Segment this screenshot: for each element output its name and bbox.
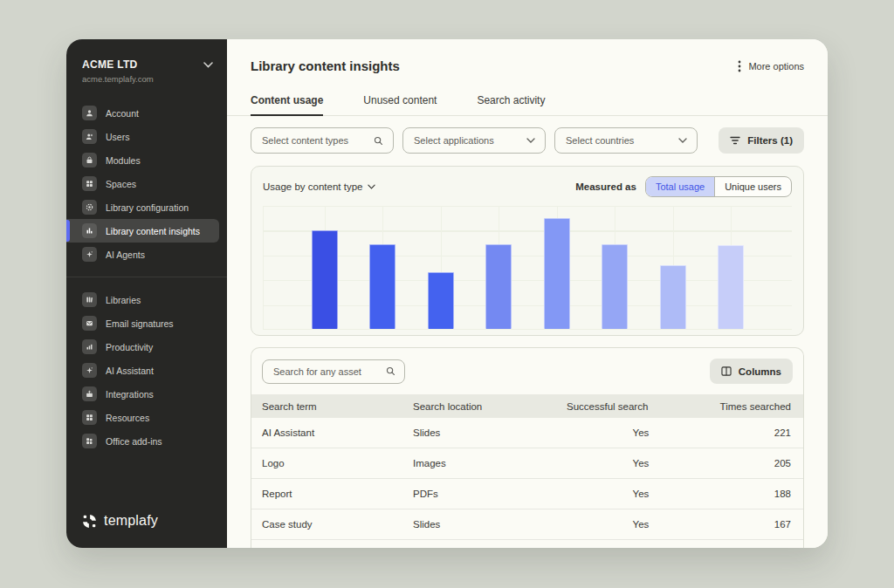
cell-successful-search: Yes <box>567 519 715 530</box>
column-header-times-searched[interactable]: Times searched <box>715 401 791 412</box>
sidebar-item-library-content-insights[interactable]: Library content insights <box>66 219 219 243</box>
countries-placeholder: Select countries <box>566 135 634 146</box>
filters-button[interactable]: Filters (1) <box>719 127 804 154</box>
office-add-ins-icon <box>82 434 97 448</box>
asset-search-field[interactable] <box>262 359 405 384</box>
applications-select[interactable]: Select applications <box>402 127 546 154</box>
bar-content-type-5[interactable] <box>544 218 570 329</box>
toggle-unique-users[interactable]: Unique users <box>714 177 791 196</box>
sidebar-item-email-signatures[interactable]: Email signatures <box>66 311 227 335</box>
tab-bar: Content usage Unused content Search acti… <box>227 94 828 116</box>
sidebar: ACME LTD acme.templafy.com Account Users… <box>66 39 227 548</box>
cell-times-searched: 188 <box>715 489 791 499</box>
toggle-total-usage[interactable]: Total usage <box>646 177 714 196</box>
filter-row: Select content types Select applications… <box>251 127 804 154</box>
bar-content-type-8[interactable] <box>718 245 744 329</box>
chart-plot <box>264 206 792 329</box>
ai-agents-icon <box>82 247 97 262</box>
users-icon <box>82 129 97 144</box>
cell-times-searched: 167 <box>715 519 791 530</box>
sidebar-item-productivity[interactable]: Productivity <box>66 335 227 359</box>
sidebar-nav: Account Users Modules Spaces Library con… <box>66 101 227 453</box>
table-row[interactable]: Logo Images Yes 205 <box>251 448 803 479</box>
workspace-switcher[interactable]: ACME LTD acme.templafy.com <box>66 39 227 84</box>
bar-content-type-1[interactable] <box>312 230 338 329</box>
table-row[interactable]: AI Assistant Slides Yes 221 <box>251 418 803 448</box>
column-header-search-term[interactable]: Search term <box>262 401 413 412</box>
bar-slot <box>660 206 686 329</box>
chevron-down-icon <box>203 62 213 68</box>
workspace-domain: acme.templafy.com <box>82 74 213 84</box>
cell-times-searched: 205 <box>715 458 791 468</box>
library-content-insights-icon <box>82 223 97 238</box>
sidebar-item-label: Libraries <box>106 295 141 305</box>
sidebar-item-label: Email signatures <box>106 318 174 329</box>
column-header-search-location[interactable]: Search location <box>413 401 567 412</box>
tab-content-usage[interactable]: Content usage <box>251 94 323 116</box>
sidebar-item-ai-agents[interactable]: AI Agents <box>66 243 227 266</box>
cell-search-location: Slides <box>413 427 567 438</box>
bar-content-type-6[interactable] <box>602 244 628 329</box>
bar-content-type-2[interactable] <box>369 244 395 329</box>
cell-search-location: PDFs <box>413 489 567 499</box>
templafy-wordmark: templafy <box>104 513 158 529</box>
table-row[interactable]: Report PDFs Yes 188 <box>251 479 803 509</box>
countries-select[interactable]: Select countries <box>554 127 698 154</box>
sidebar-item-spaces[interactable]: Spaces <box>66 172 227 195</box>
more-options-button[interactable]: More options <box>738 60 804 72</box>
chevron-down-icon <box>678 138 687 143</box>
applications-placeholder: Select applications <box>414 135 494 146</box>
sidebar-item-office-add-ins[interactable]: Office add-ins <box>66 429 227 453</box>
kebab-menu-icon <box>738 60 741 72</box>
sidebar-item-ai-assistant[interactable]: AI Assistant <box>66 359 227 382</box>
bar-content-type-4[interactable] <box>485 244 512 329</box>
columns-button-label: Columns <box>739 366 781 377</box>
main-content: Library content insights More options Co… <box>227 39 828 548</box>
search-icon <box>374 136 383 146</box>
filters-button-label: Filters (1) <box>747 135 793 146</box>
columns-button[interactable]: Columns <box>710 359 793 384</box>
tab-search-activity[interactable]: Search activity <box>477 94 545 116</box>
content-types-select[interactable]: Select content types <box>251 127 394 154</box>
measured-as-label: Measured as <box>575 181 636 192</box>
sidebar-divider <box>66 277 227 277</box>
filter-lines-icon <box>730 136 740 145</box>
bar-slot <box>602 206 628 329</box>
cell-successful-search: Yes <box>567 458 715 468</box>
bar-slot <box>369 206 395 329</box>
asset-search-input[interactable] <box>273 366 378 377</box>
cell-successful-search: Yes <box>567 427 715 438</box>
sidebar-item-modules[interactable]: Modules <box>66 148 227 172</box>
sidebar-item-resources[interactable]: Resources <box>66 406 227 429</box>
productivity-icon <box>82 339 97 354</box>
bar-content-type-3[interactable] <box>428 272 454 329</box>
content-types-placeholder: Select content types <box>262 135 348 146</box>
table-row[interactable]: Case study Slides Yes 167 <box>251 509 803 540</box>
sidebar-item-label: Resources <box>106 413 149 423</box>
sidebar-item-account[interactable]: Account <box>66 101 227 125</box>
sidebar-item-users[interactable]: Users <box>66 125 227 148</box>
sidebar-item-label: Account <box>106 108 139 119</box>
column-header-successful-search[interactable]: Successful search <box>567 401 715 412</box>
spaces-icon <box>82 176 97 191</box>
integrations-icon <box>82 386 97 401</box>
sidebar-item-label: Integrations <box>106 389 154 400</box>
bar-slot <box>485 206 512 329</box>
cell-search-location: Slides <box>413 519 567 530</box>
chart-type-dropdown[interactable]: Usage by content type <box>263 181 375 192</box>
cell-successful-search: Yes <box>567 489 715 499</box>
bar-slot <box>312 206 338 329</box>
sidebar-item-libraries[interactable]: Libraries <box>66 288 227 311</box>
cell-search-term: Case study <box>262 519 413 530</box>
libraries-icon <box>82 292 97 307</box>
modules-icon <box>82 153 97 168</box>
sidebar-item-library-configuration[interactable]: Library configuration <box>66 195 227 219</box>
sidebar-item-integrations[interactable]: Integrations <box>66 382 227 406</box>
ai-assistant-icon <box>82 363 97 378</box>
sidebar-item-label: Library configuration <box>106 202 189 213</box>
templafy-logo: templafy <box>66 513 227 548</box>
columns-icon <box>721 366 732 376</box>
bar-content-type-7[interactable] <box>660 265 686 329</box>
tab-unused-content[interactable]: Unused content <box>363 94 437 116</box>
sidebar-item-label: AI Assistant <box>106 366 154 376</box>
